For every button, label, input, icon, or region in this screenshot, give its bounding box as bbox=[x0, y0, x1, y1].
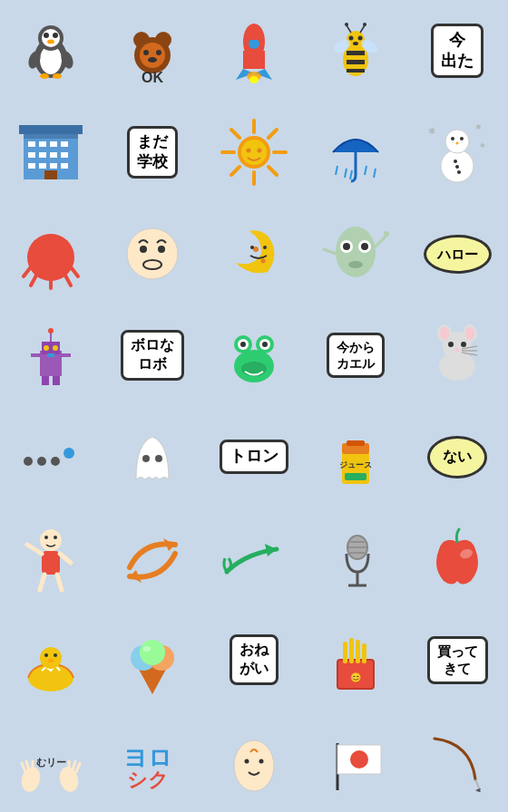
svg-line-194 bbox=[76, 763, 80, 772]
svg-point-82 bbox=[457, 170, 461, 174]
svg-text:ヨロ: ヨロ bbox=[123, 744, 172, 771]
building-icon bbox=[15, 116, 87, 188]
svg-rect-186 bbox=[356, 640, 360, 663]
cell-frog[interactable] bbox=[203, 304, 305, 406]
cell-bee[interactable] bbox=[305, 0, 406, 102]
cell-umbrella-rain[interactable] bbox=[305, 102, 406, 203]
cell-mouse[interactable] bbox=[406, 304, 508, 406]
svg-rect-55 bbox=[61, 163, 68, 169]
cell-apple[interactable] bbox=[406, 508, 508, 609]
cell-hello-bubble[interactable]: ハロー bbox=[406, 203, 508, 304]
svg-point-77 bbox=[451, 137, 454, 140]
mouse-icon bbox=[421, 319, 493, 392]
cell-tomato-blob[interactable] bbox=[0, 203, 102, 304]
svg-point-145 bbox=[142, 455, 150, 462]
juice-icon: ジュース bbox=[319, 420, 392, 493]
cell-ghost[interactable] bbox=[102, 406, 203, 508]
svg-text:❄: ❄ bbox=[475, 123, 482, 131]
cell-sun[interactable] bbox=[203, 102, 305, 203]
cell-snowman[interactable]: ❄ ❄ ❄ bbox=[406, 102, 508, 203]
svg-point-135 bbox=[448, 342, 454, 347]
cell-nai-bubble[interactable]: ない bbox=[406, 406, 508, 508]
svg-point-137 bbox=[454, 348, 460, 352]
svg-rect-47 bbox=[61, 141, 68, 147]
sticker-grid: OK bbox=[0, 0, 508, 812]
svg-point-68 bbox=[258, 149, 262, 153]
svg-point-142 bbox=[37, 457, 46, 466]
cell-arrows[interactable] bbox=[102, 508, 203, 609]
cell-rocket[interactable] bbox=[203, 0, 305, 102]
person-waving-icon bbox=[15, 522, 87, 594]
cell-from-now-frog[interactable]: 今からカエル bbox=[305, 304, 406, 406]
svg-line-70 bbox=[336, 166, 337, 175]
cell-oval-face[interactable] bbox=[203, 710, 305, 812]
tron-box-element: トロン bbox=[220, 440, 288, 473]
svg-point-26 bbox=[249, 76, 259, 83]
cell-person-waving[interactable] bbox=[0, 508, 102, 609]
svg-line-66 bbox=[231, 167, 239, 175]
svg-line-71 bbox=[345, 169, 347, 178]
svg-point-189 bbox=[19, 765, 44, 794]
svg-point-40 bbox=[363, 23, 366, 26]
svg-point-152 bbox=[40, 529, 62, 551]
svg-rect-149 bbox=[347, 440, 365, 446]
cell-robot[interactable] bbox=[0, 304, 102, 406]
svg-rect-187 bbox=[362, 643, 366, 663]
svg-point-200 bbox=[245, 759, 249, 764]
svg-rect-184 bbox=[343, 642, 347, 663]
cell-fries[interactable]: 😊 bbox=[305, 609, 406, 710]
cell-muri-hands[interactable]: むリー bbox=[0, 710, 102, 812]
svg-point-78 bbox=[460, 137, 464, 140]
svg-line-107 bbox=[324, 249, 336, 254]
svg-rect-54 bbox=[50, 163, 57, 169]
svg-point-95 bbox=[158, 246, 165, 253]
svg-point-120 bbox=[48, 328, 54, 334]
svg-line-65 bbox=[269, 130, 277, 138]
cell-ice-cream[interactable] bbox=[102, 609, 203, 710]
svg-point-81 bbox=[455, 165, 459, 169]
cell-ok-bear[interactable]: OK bbox=[102, 0, 203, 102]
fries-icon: 😊 bbox=[319, 624, 392, 696]
svg-point-94 bbox=[140, 246, 147, 253]
cell-penguin[interactable] bbox=[0, 0, 102, 102]
svg-point-39 bbox=[345, 23, 348, 26]
cell-onegai-box[interactable]: おねがい bbox=[203, 609, 305, 710]
svg-point-101 bbox=[336, 227, 376, 277]
svg-text:ジュース: ジュース bbox=[339, 460, 372, 469]
sun-icon bbox=[218, 116, 290, 188]
cell-alien[interactable] bbox=[305, 203, 406, 304]
cell-microphone[interactable] bbox=[305, 508, 406, 609]
svg-line-195 bbox=[73, 761, 75, 770]
cell-broken-robot[interactable]: ボロなロボ bbox=[102, 304, 203, 406]
svg-point-67 bbox=[247, 149, 251, 153]
svg-point-159 bbox=[54, 536, 57, 539]
cell-fish-arrow[interactable] bbox=[203, 508, 305, 609]
cell-just-left[interactable]: 今出た bbox=[406, 0, 508, 102]
cell-still-school[interactable]: まだ学校 bbox=[102, 102, 203, 203]
svg-point-179 bbox=[140, 640, 165, 665]
svg-point-104 bbox=[343, 243, 350, 250]
cell-tron-box[interactable]: トロン bbox=[203, 406, 305, 508]
svg-point-112 bbox=[44, 345, 49, 351]
cell-face[interactable] bbox=[102, 203, 203, 304]
cell-ellipsis-drop[interactable] bbox=[0, 406, 102, 508]
cell-moon[interactable] bbox=[203, 203, 305, 304]
cell-building[interactable] bbox=[0, 102, 102, 203]
svg-point-5 bbox=[53, 33, 58, 38]
svg-text:❄: ❄ bbox=[480, 142, 485, 149]
svg-point-17 bbox=[148, 57, 157, 63]
cell-yoroshiku[interactable]: ヨロ シク bbox=[102, 710, 203, 812]
rocket-icon bbox=[218, 14, 290, 87]
svg-point-146 bbox=[155, 455, 162, 462]
penguin-icon bbox=[15, 14, 87, 87]
svg-point-136 bbox=[461, 342, 466, 347]
cell-fishing[interactable] bbox=[406, 710, 508, 812]
svg-rect-151 bbox=[345, 473, 366, 480]
cell-hatching-chick[interactable] bbox=[0, 609, 102, 710]
cell-japan-flag[interactable] bbox=[305, 710, 406, 812]
cell-juice[interactable]: ジュース bbox=[305, 406, 406, 508]
svg-point-134 bbox=[465, 327, 474, 340]
svg-text:OK: OK bbox=[142, 70, 163, 85]
cell-buy-it[interactable]: 買ってきて bbox=[406, 609, 508, 710]
arrows-icon bbox=[116, 522, 189, 594]
